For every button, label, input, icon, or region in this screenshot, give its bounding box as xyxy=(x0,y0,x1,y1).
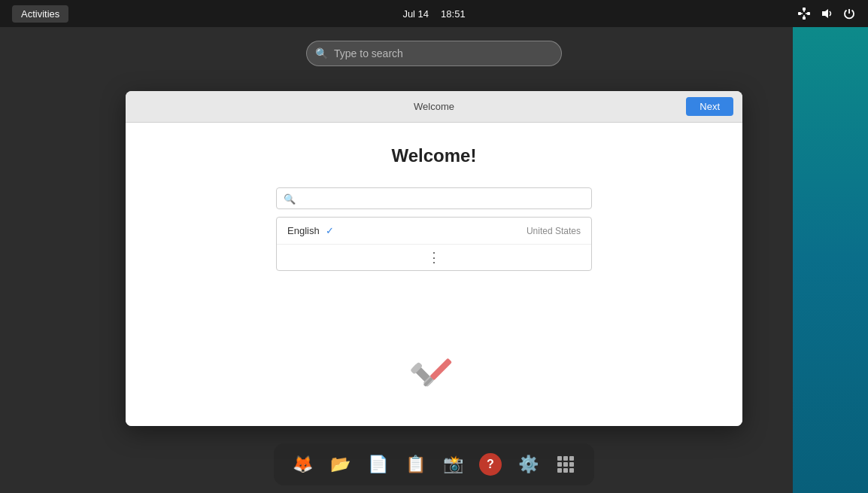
taskbar: 🦊 📂 📄 📋 📸 ? ⚙️ xyxy=(274,443,594,485)
topbar-left: Activities xyxy=(12,5,68,23)
dock-item-screenshots[interactable]: 📸 xyxy=(436,448,469,481)
dock-item-help[interactable]: ? xyxy=(474,448,507,481)
docs-icon: 📄 xyxy=(368,455,388,474)
language-item-english[interactable]: English ✓ United States xyxy=(277,218,591,245)
language-search-input[interactable] xyxy=(276,187,592,209)
topbar-clock: Jul 14 18:51 xyxy=(402,8,465,20)
welcome-modal: Welcome Next Welcome! 🔍 English ✓ United… xyxy=(126,91,742,426)
date-display: Jul 14 xyxy=(402,8,429,20)
settings-icon: ⚙️ xyxy=(518,455,539,474)
notes-icon: 📋 xyxy=(405,455,426,474)
dock-item-firefox[interactable]: 🦊 xyxy=(286,448,319,481)
language-search-wrap: 🔍 xyxy=(276,187,592,209)
help-icon: ? xyxy=(479,453,502,476)
search-bar-container: 🔍 xyxy=(306,41,562,66)
screenshots-icon: 📸 xyxy=(443,455,463,474)
welcome-heading: Welcome! xyxy=(392,145,477,166)
selected-checkmark: ✓ xyxy=(326,225,334,236)
lang-search-icon: 🔍 xyxy=(284,193,296,204)
more-languages-indicator[interactable]: ⋮ xyxy=(277,245,591,270)
svg-rect-12 xyxy=(429,358,452,381)
network-icon[interactable] xyxy=(797,7,811,20)
region-label: United States xyxy=(527,226,581,236)
tools-icon-wrap xyxy=(410,348,458,403)
search-icon: 🔍 xyxy=(315,47,328,59)
language-list: English ✓ United States ⋮ xyxy=(276,217,592,271)
time-display: 18:51 xyxy=(441,8,466,20)
svg-rect-0 xyxy=(803,8,806,11)
teal-panel xyxy=(793,27,868,493)
english-label: English xyxy=(287,225,320,236)
firefox-icon: 🦊 xyxy=(293,455,313,474)
dock-item-files[interactable]: 📂 xyxy=(323,448,357,481)
topbar-right xyxy=(797,7,856,20)
modal-titlebar: Welcome Next xyxy=(126,91,742,123)
dock-item-settings[interactable]: ⚙️ xyxy=(511,448,545,481)
svg-rect-1 xyxy=(798,12,801,15)
svg-rect-3 xyxy=(803,17,806,20)
dock-item-notes[interactable]: 📋 xyxy=(399,448,432,481)
modal-content: Welcome! 🔍 English ✓ United States ⋮ xyxy=(126,123,742,426)
svg-marker-8 xyxy=(822,9,828,18)
apps-icon xyxy=(557,456,574,473)
dock-item-apps[interactable] xyxy=(549,448,582,481)
next-button[interactable]: Next xyxy=(686,97,733,116)
volume-icon[interactable] xyxy=(820,7,833,20)
power-icon[interactable] xyxy=(842,7,856,20)
topbar: Activities Jul 14 18:51 xyxy=(0,0,868,27)
dock-item-docs[interactable]: 📄 xyxy=(361,448,394,481)
activities-button[interactable]: Activities xyxy=(12,5,68,23)
desktop: 🔍 Welcome Next Welcome! 🔍 English ✓ xyxy=(0,27,868,493)
search-input[interactable] xyxy=(306,41,562,66)
files-icon: 📂 xyxy=(330,455,351,474)
tools-icon xyxy=(410,348,458,396)
modal-title: Welcome xyxy=(414,101,454,112)
svg-rect-2 xyxy=(807,12,810,15)
